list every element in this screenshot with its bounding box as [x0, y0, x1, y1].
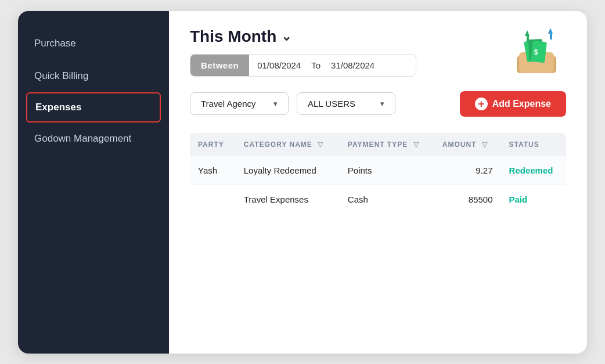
svg-rect-9: [550, 34, 552, 39]
amount-filter-icon[interactable]: ▽: [482, 140, 488, 149]
period-selector-button[interactable]: This Month ⌄: [190, 27, 291, 46]
agency-dropdown[interactable]: Travel Agency ▾: [190, 92, 289, 115]
sidebar-item-quick-billing[interactable]: Quick Billing: [18, 60, 169, 92]
sidebar-item-expenses[interactable]: Expenses: [26, 92, 161, 122]
sidebar-item-godown-management[interactable]: Godown Management: [18, 122, 169, 155]
to-label: To: [309, 55, 323, 76]
category-filter-icon[interactable]: ▽: [318, 140, 323, 149]
header-row: This Month ⌄ Between 01/08/2024 To 31/08…: [190, 27, 566, 81]
cell-amount: 85500: [434, 185, 501, 214]
payment-type-filter-icon[interactable]: ▽: [413, 140, 419, 149]
main-card: Purchase Quick Billing Expenses Godown M…: [18, 11, 587, 354]
col-amount: AMOUNT ▽: [434, 133, 501, 156]
col-party: PARTY: [190, 133, 236, 156]
cell-payment-type: Points: [340, 156, 434, 185]
date-to: 31/08/2024: [323, 55, 383, 76]
table-header-row: PARTY CATEGORY NAME ▽ PAYMENT TYPE ▽ AMO…: [190, 133, 566, 156]
col-payment-type: PAYMENT TYPE ▽: [340, 133, 434, 156]
date-range-row: Between 01/08/2024 To 31/08/2024: [190, 54, 416, 77]
col-category-name: CATEGORY NAME ▽: [236, 133, 340, 156]
sidebar-item-purchase[interactable]: Purchase: [18, 27, 169, 60]
cell-party: [190, 185, 236, 214]
cell-payment-type: Cash: [340, 185, 434, 214]
svg-marker-6: [525, 30, 530, 36]
cell-category-name: Loyalty Redeemed: [236, 156, 340, 185]
add-expense-button[interactable]: + Add Expense: [460, 91, 566, 117]
agency-dropdown-arrow: ▾: [273, 99, 278, 108]
between-label: Between: [190, 55, 249, 76]
cell-category-name: Travel Expenses: [236, 185, 340, 214]
sidebar: Purchase Quick Billing Expenses Godown M…: [18, 11, 169, 354]
svg-rect-7: [527, 36, 529, 42]
cell-status: Redeemed: [501, 156, 566, 185]
cell-status: Paid: [501, 185, 566, 214]
chevron-down-icon: ⌄: [281, 29, 291, 44]
header-left: This Month ⌄ Between 01/08/2024 To 31/08…: [190, 27, 416, 77]
wallet-illustration: $: [508, 23, 566, 81]
main-content: This Month ⌄ Between 01/08/2024 To 31/08…: [169, 11, 587, 354]
cell-party: Yash: [190, 156, 236, 185]
expenses-table: PARTY CATEGORY NAME ▽ PAYMENT TYPE ▽ AMO…: [190, 133, 566, 214]
svg-text:$: $: [534, 48, 538, 56]
expenses-table-wrap: PARTY CATEGORY NAME ▽ PAYMENT TYPE ▽ AMO…: [190, 133, 566, 214]
plus-circle-icon: +: [475, 98, 488, 110]
cell-amount: 9.27: [434, 156, 501, 185]
svg-rect-4: [531, 41, 547, 63]
table-row: Yash Loyalty Redeemed Points 9.27 Redeem…: [190, 156, 566, 185]
controls-row: Travel Agency ▾ ALL USERS ▾ + Add Expens…: [190, 91, 566, 117]
table-row: Travel Expenses Cash 85500 Paid: [190, 185, 566, 214]
users-dropdown[interactable]: ALL USERS ▾: [297, 92, 395, 115]
col-status: STATUS: [501, 133, 566, 156]
date-from: 01/08/2024: [249, 55, 309, 76]
users-dropdown-arrow: ▾: [380, 99, 384, 108]
svg-marker-8: [548, 28, 553, 34]
